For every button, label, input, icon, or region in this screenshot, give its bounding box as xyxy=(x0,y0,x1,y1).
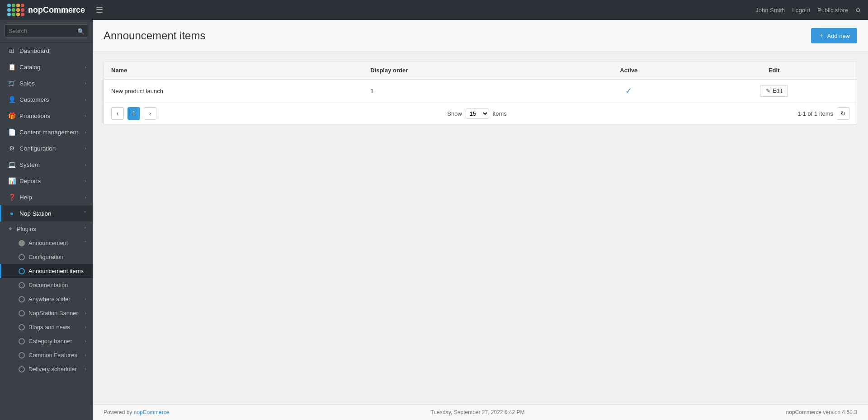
sidebar-item-configuration[interactable]: ⚙ Configuration › xyxy=(0,140,93,156)
dot-5 xyxy=(7,8,11,12)
content-icon: 📄 xyxy=(8,128,16,136)
circle-icon xyxy=(19,296,25,302)
page-1-button[interactable]: 1 xyxy=(127,107,140,120)
dot-10 xyxy=(12,13,15,16)
dot-6 xyxy=(12,8,15,12)
public-store-link[interactable]: Public store xyxy=(817,7,848,14)
sidebar-sub-configuration[interactable]: Configuration xyxy=(0,250,93,264)
chevron-down-icon: ˅ xyxy=(84,241,86,245)
dot-1 xyxy=(7,4,11,7)
logo-text: nopCommerce xyxy=(28,5,85,15)
sidebar-sub-delivery-scheduler[interactable]: Delivery scheduler › xyxy=(0,362,93,376)
dot-7 xyxy=(16,8,20,12)
edit-button[interactable]: ✎ Edit xyxy=(760,85,788,97)
refresh-button[interactable]: ↻ xyxy=(837,107,849,120)
chevron-right-icon: › xyxy=(85,367,86,372)
sidebar-sub-label: Configuration xyxy=(28,254,63,260)
dot-4 xyxy=(21,4,24,7)
circle-icon xyxy=(19,282,25,288)
chevron-right-icon: › xyxy=(85,297,86,302)
chevron-right-icon: › xyxy=(85,339,86,344)
prev-page-button[interactable]: ‹ xyxy=(111,107,124,120)
sidebar-item-catalog[interactable]: 📋 Catalog › xyxy=(0,59,93,75)
sidebar-sub-announcement-items[interactable]: Announcement items xyxy=(0,264,93,278)
sidebar-item-help[interactable]: ❓ Help › xyxy=(0,189,93,205)
circle-icon xyxy=(19,352,25,359)
system-icon: 💻 xyxy=(8,161,16,168)
powered-by-link[interactable]: nopCommerce xyxy=(134,409,170,415)
chevron-right-icon: › xyxy=(85,194,86,200)
help-icon: ❓ xyxy=(8,193,16,201)
sidebar-item-content-management[interactable]: 📄 Content management › xyxy=(0,124,93,140)
add-new-label: Add new xyxy=(827,33,850,39)
dot-8 xyxy=(21,8,24,12)
sidebar-sub-common-features[interactable]: Common Features › xyxy=(0,348,93,362)
sidebar-item-dashboard[interactable]: ⊞ Dashboard xyxy=(0,42,93,59)
sidebar-sub-category-banner[interactable]: Category banner › xyxy=(0,334,93,348)
sidebar-item-sales[interactable]: 🛒 Sales › xyxy=(0,75,93,91)
chevron-right-icon: › xyxy=(85,64,86,70)
chevron-right-icon: › xyxy=(85,97,86,102)
sidebar-sub-announcement[interactable]: Announcement ˅ xyxy=(0,236,93,250)
user-name: John Smith xyxy=(755,7,785,14)
main-layout: 🔍 ⊞ Dashboard 📋 Catalog › 🛒 Sales › 👤 Cu… xyxy=(0,20,868,420)
sidebar-item-nop-station[interactable]: ● Nop Station ˅ xyxy=(0,205,93,222)
circle-icon xyxy=(19,254,25,260)
customers-icon: 👤 xyxy=(8,96,16,103)
sales-icon: 🛒 xyxy=(8,80,16,87)
chevron-right-icon: › xyxy=(85,113,86,118)
sidebar-sub-documentation[interactable]: Documentation xyxy=(0,278,93,292)
logout-link[interactable]: Logout xyxy=(792,7,810,14)
sidebar-item-customers[interactable]: 👤 Customers › xyxy=(0,91,93,108)
hamburger-button[interactable]: ☰ xyxy=(96,5,103,15)
circle-icon xyxy=(19,324,25,330)
sidebar: 🔍 ⊞ Dashboard 📋 Catalog › 🛒 Sales › 👤 Cu… xyxy=(0,20,93,420)
sidebar-item-label: Customers xyxy=(19,96,49,103)
plugins-icon: ✦ xyxy=(8,225,13,232)
edit-label: Edit xyxy=(773,88,782,94)
sidebar-item-label: System xyxy=(19,161,40,168)
search-input[interactable] xyxy=(5,24,88,38)
cell-active: ✓ xyxy=(566,80,691,103)
dot-2 xyxy=(12,4,15,7)
col-header-edit: Edit xyxy=(691,61,857,80)
sidebar-sub-label: Anywhere slider xyxy=(28,296,71,302)
sidebar-sub-label: Delivery scheduler xyxy=(28,366,77,373)
chevron-right-icon: › xyxy=(85,325,86,330)
sidebar-item-reports[interactable]: 📊 Reports › xyxy=(0,173,93,189)
sidebar-item-label: Promotions xyxy=(19,113,50,119)
table-header-row: Name Display order Active Edit xyxy=(104,61,857,80)
cell-display-order: 1 xyxy=(363,80,566,103)
nav-right: John Smith Logout Public store ⚙ xyxy=(755,7,861,14)
sidebar-item-system[interactable]: 💻 System › xyxy=(0,156,93,173)
logo-dots xyxy=(7,4,24,16)
sidebar-sub-blogs-news[interactable]: Blogs and news › xyxy=(0,320,93,334)
sidebar-item-promotions[interactable]: 🎁 Promotions › xyxy=(0,108,93,124)
page-size-select[interactable]: 15 25 50 100 xyxy=(466,109,489,119)
sidebar-item-label: Plugins xyxy=(17,226,36,232)
sidebar-sub-nopstation-banner[interactable]: NopStation Banner › xyxy=(0,306,93,320)
data-table: Name Display order Active Edit New produ… xyxy=(104,61,857,102)
dot-9 xyxy=(7,13,11,16)
items-label: items xyxy=(493,110,507,117)
sidebar-sub-label: Documentation xyxy=(28,282,68,288)
footer-version: nopCommerce version 4.50.3 xyxy=(786,409,857,415)
sidebar-item-label: Content management xyxy=(19,129,78,136)
top-navigation: nopCommerce ☰ John Smith Logout Public s… xyxy=(0,0,868,20)
sidebar-sub-label: Announcement xyxy=(28,240,68,246)
chevron-down-icon: ˅ xyxy=(84,211,86,217)
chevron-right-icon: › xyxy=(85,129,86,135)
chevron-right-icon: › xyxy=(85,80,86,86)
circle-icon xyxy=(19,366,25,373)
chevron-right-icon: › xyxy=(85,353,86,358)
sidebar-item-plugins[interactable]: ✦ Plugins ˅ xyxy=(0,222,93,236)
footer-datetime: Tuesday, September 27, 2022 6:42 PM xyxy=(430,409,524,415)
sidebar-sub-anywhere-slider[interactable]: Anywhere slider › xyxy=(0,292,93,306)
next-page-button[interactable]: › xyxy=(144,107,156,120)
table-card: Name Display order Active Edit New produ… xyxy=(104,61,857,125)
plus-icon: ＋ xyxy=(818,32,824,40)
sidebar-sub-label: Announcement items xyxy=(28,268,84,274)
add-new-button[interactable]: ＋ Add new xyxy=(811,28,857,43)
settings-icon[interactable]: ⚙ xyxy=(855,7,861,14)
items-count: 1-1 of 1 items xyxy=(797,110,833,117)
